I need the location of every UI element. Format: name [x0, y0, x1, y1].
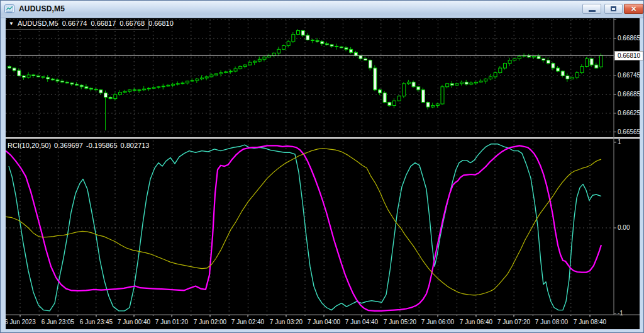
indicator-value-1: 0.369697	[54, 142, 83, 149]
titlebar[interactable]: AUDUSD,M5 ✕	[1, 1, 643, 18]
indicator-axis-label: 1	[618, 138, 621, 146]
time-axis-label: 7 Jun 08:40	[574, 319, 606, 326]
minimize-button[interactable]	[582, 4, 601, 14]
time-axis-label: 7 Jun 02:00	[194, 319, 226, 326]
time-axis-label: 7 Jun 04:40	[345, 319, 378, 326]
mt4-chart-window: AUDUSD,M5 ✕ ▼AUDUSD,M50.667740.668170.66…	[0, 0, 644, 333]
time-axis-label: 7 Jun 00:40	[118, 319, 150, 326]
time-axis-label: 7 Jun 03:20	[270, 319, 303, 326]
current-price-box: 0.66810	[614, 51, 643, 60]
price-axis-label: 0.66625	[618, 110, 640, 117]
chart-icon	[4, 4, 14, 14]
ohlc-info-box: ▼AUDUSD,M50.667740.668170.667680.66810	[6, 19, 149, 30]
window-title: AUDUSD,M5	[19, 1, 65, 17]
time-axis-label: 7 Jun 08:00	[535, 319, 568, 326]
time-axis-label: 7 Jun 07:20	[497, 319, 530, 326]
indicator-value-3: 0.802713	[121, 142, 150, 149]
time-axis-label: 6 Jun 2023	[4, 319, 36, 326]
price-axis-label: 0.66565	[618, 128, 640, 136]
price-axis-label: 0.66865	[618, 35, 640, 42]
time-axis-label: 6 Jun 23:05	[42, 319, 74, 326]
price-axis-label: 0.66685	[618, 91, 640, 98]
ohlc-symbol: AUDUSD,M5	[18, 20, 58, 27]
ohlc-high: 0.66817	[91, 20, 116, 27]
ohlc-low: 0.66768	[119, 20, 145, 27]
indicator-label: RCI(10,20,50)0.369697-0.1958650.802713	[8, 142, 152, 149]
price-axis-label: 0.66745	[618, 72, 640, 79]
time-axis-label: 7 Jun 04:00	[308, 319, 340, 326]
ohlc-close: 0.66810	[148, 20, 174, 27]
indicator-axis-label: 0.00	[618, 224, 630, 232]
close-icon: ✕	[631, 4, 636, 13]
main-chart-pane[interactable]	[6, 18, 609, 136]
time-axis-label: 7 Jun 06:40	[460, 319, 492, 326]
time-axis-label: 7 Jun 05:20	[384, 319, 416, 326]
indicator-axis-label: -1	[618, 310, 623, 317]
indicator-value-2: -0.195865	[86, 142, 118, 149]
indicator-name: RCI(10,20,50)	[8, 142, 51, 149]
one-click-trading-arrow[interactable]: ▼	[9, 21, 14, 26]
time-axis-label: 7 Jun 01:20	[155, 319, 188, 326]
chart-client-area: ▼AUDUSD,M50.667740.668170.667680.66810 R…	[6, 18, 640, 329]
restore-button[interactable]	[604, 4, 623, 14]
ohlc-open: 0.66774	[62, 20, 87, 27]
restore-icon	[611, 6, 616, 11]
minimize-icon	[589, 10, 596, 12]
current-price-value: 0.66810	[618, 52, 640, 59]
time-axis-label: 6 Jun 23:45	[80, 319, 113, 326]
close-button[interactable]: ✕	[624, 4, 643, 14]
indicator-pane[interactable]	[6, 140, 609, 314]
time-axis-label: 7 Jun 02:40	[231, 319, 264, 326]
time-axis-label: 7 Jun 06:00	[421, 319, 454, 326]
